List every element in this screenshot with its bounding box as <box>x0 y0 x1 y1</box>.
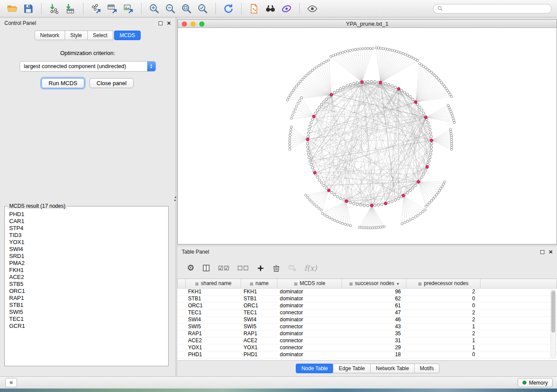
mcds-result-item[interactable]: ACE2 <box>9 274 168 281</box>
float-table-panel-icon[interactable] <box>540 250 544 254</box>
mcds-result-item[interactable]: GCR1 <box>9 323 168 330</box>
cell-shared-name[interactable]: SWI4 <box>186 316 241 323</box>
search-box[interactable] <box>433 4 552 14</box>
find-button[interactable] <box>263 2 277 16</box>
criterion-dropdown[interactable]: largest connected component (undirected)… <box>20 61 156 72</box>
cell-shared-name[interactable]: ACE2 <box>186 337 241 344</box>
mcds-result-list[interactable]: PHD1CAR1STP4TID3YOX1SWI4SRD1PMA2FKH1ACE2… <box>5 209 168 366</box>
table-settings-gear-icon[interactable]: ⚙ <box>187 264 194 272</box>
show-columns-icon[interactable] <box>202 264 211 272</box>
close-panel-icon[interactable]: × <box>167 21 171 25</box>
cell-successor-nodes[interactable]: 46 <box>342 316 406 323</box>
column-header-MCDS-role[interactable]: ▦MCDS role <box>277 279 342 288</box>
zoom-fit-button[interactable] <box>180 2 194 16</box>
cell-predecessor-nodes[interactable]: 2 <box>406 288 481 295</box>
cell-name[interactable]: STB1 <box>241 295 277 302</box>
table-row[interactable]: YOX1YOX1connector291 <box>178 344 557 351</box>
export-table-button[interactable] <box>105 2 119 16</box>
sort-caret-icon[interactable]: ▾ <box>397 282 399 286</box>
cell-predecessor-nodes[interactable]: 0 <box>406 351 481 358</box>
cell-name[interactable]: YOX1 <box>241 344 277 351</box>
apply-layout-button[interactable] <box>221 2 235 16</box>
cell-successor-nodes[interactable]: 96 <box>342 288 406 295</box>
table-row[interactable]: ACE2ACE2connector311 <box>178 337 557 344</box>
zoom-out-button[interactable] <box>163 2 177 16</box>
table-row[interactable]: FKH1FKH1dominator962 <box>178 288 557 295</box>
mcds-result-item[interactable]: STB1 <box>9 302 168 309</box>
network-window-titlebar[interactable]: YPA_prune.txt_1 <box>178 20 557 28</box>
cell-name[interactable]: ORC1 <box>241 302 277 309</box>
cell-name[interactable]: SWI4 <box>241 316 277 323</box>
cell-shared-name[interactable]: STB1 <box>186 295 241 302</box>
delete-column-icon[interactable] <box>272 264 280 272</box>
mcds-result-item[interactable]: RAP1 <box>9 295 168 302</box>
cell-predecessor-nodes[interactable]: 2 <box>406 330 481 337</box>
cell-successor-nodes[interactable]: 18 <box>342 351 406 358</box>
cell-shared-name[interactable]: ORC1 <box>186 302 241 309</box>
network-canvas[interactable] <box>178 28 557 244</box>
tab-mcds[interactable]: MCDS <box>114 31 141 40</box>
cell-name[interactable]: SWI5 <box>241 323 277 330</box>
import-network-button[interactable] <box>47 2 61 16</box>
table-row[interactable]: TEC1TEC1connector472 <box>178 309 557 316</box>
mcds-result-item[interactable]: CAR1 <box>9 218 168 225</box>
status-menu-button[interactable]: ≡ <box>5 378 17 387</box>
column-header-shared-name[interactable]: ▦shared name <box>186 279 241 288</box>
cell-mcds-role[interactable]: dominator <box>277 295 342 302</box>
cell-shared-name[interactable]: RAP1 <box>186 330 241 337</box>
cell-predecessor-nodes[interactable]: 0 <box>406 302 481 309</box>
mcds-result-item[interactable]: STB5 <box>9 281 168 288</box>
add-column-icon[interactable] <box>256 264 265 272</box>
close-table-panel-icon[interactable]: × <box>549 250 553 254</box>
cell-shared-name[interactable]: SWI5 <box>186 323 241 330</box>
cell-mcds-role[interactable]: dominator <box>277 288 342 295</box>
zoom-in-button[interactable] <box>147 2 161 16</box>
cell-successor-nodes[interactable]: 29 <box>342 344 406 351</box>
table-row[interactable]: ORC1ORC1dominator610 <box>178 302 557 309</box>
cell-shared-name[interactable]: FKH1 <box>186 288 241 295</box>
deselect-all-icon[interactable]: ☐☐ <box>237 264 249 272</box>
save-session-button[interactable] <box>21 2 35 16</box>
search-input[interactable] <box>446 6 547 12</box>
cell-mcds-role[interactable]: connector <box>277 323 342 330</box>
mcds-result-item[interactable]: PHD1 <box>9 211 168 218</box>
cell-mcds-role[interactable]: dominator <box>277 330 342 337</box>
mcds-result-item[interactable]: TID3 <box>9 232 168 239</box>
splitter-grip-icon[interactable]: ◂▸ <box>174 196 176 202</box>
cell-mcds-role[interactable]: connector <box>277 309 342 316</box>
cell-successor-nodes[interactable]: 47 <box>342 309 406 316</box>
mcds-result-item[interactable]: SWI5 <box>9 309 168 316</box>
cell-predecessor-nodes[interactable]: 1 <box>406 323 481 330</box>
mcds-result-item[interactable]: YOX1 <box>9 239 168 246</box>
cell-successor-nodes[interactable]: 62 <box>342 295 406 302</box>
mcds-result-item[interactable]: FKH1 <box>9 267 168 274</box>
cell-name[interactable]: TEC1 <box>241 309 277 316</box>
run-mcds-button[interactable]: Run MCDS <box>42 78 84 88</box>
column-header-predecessor-nodes[interactable]: ▦predecessor nodes <box>406 279 481 288</box>
table-row[interactable]: RAP1RAP1dominator352 <box>178 330 557 337</box>
tab-select[interactable]: Select <box>87 31 113 40</box>
cell-successor-nodes[interactable]: 43 <box>342 323 406 330</box>
cell-name[interactable]: ACE2 <box>241 337 277 344</box>
tab-network[interactable]: Network <box>35 31 65 40</box>
cell-shared-name[interactable]: TEC1 <box>186 309 241 316</box>
cell-predecessor-nodes[interactable]: 0 <box>406 295 481 302</box>
open-file-button[interactable] <box>5 2 19 16</box>
table-tab-edge-table[interactable]: Edge Table <box>333 364 370 373</box>
table-scrollbar-thumb[interactable] <box>551 291 555 333</box>
table-tab-node-table[interactable]: Node Table <box>296 364 334 373</box>
cell-name[interactable]: RAP1 <box>241 330 277 337</box>
cell-name[interactable]: PHD1 <box>241 351 277 358</box>
float-panel-icon[interactable] <box>159 21 163 25</box>
cell-mcds-role[interactable]: dominator <box>277 302 342 309</box>
mcds-result-item[interactable]: PMA2 <box>9 260 168 267</box>
cell-predecessor-nodes[interactable]: 1 <box>406 337 481 344</box>
table-tab-network-table[interactable]: Network Table <box>370 364 415 373</box>
select-all-icon[interactable]: ☑☑ <box>218 264 230 272</box>
mcds-result-item[interactable]: SRD1 <box>9 253 168 260</box>
cell-predecessor-nodes[interactable]: 2 <box>406 316 481 323</box>
tab-style[interactable]: Style <box>65 31 88 40</box>
cell-successor-nodes[interactable]: 31 <box>342 337 406 344</box>
export-image-button[interactable] <box>121 2 135 16</box>
cell-predecessor-nodes[interactable]: 1 <box>406 344 481 351</box>
